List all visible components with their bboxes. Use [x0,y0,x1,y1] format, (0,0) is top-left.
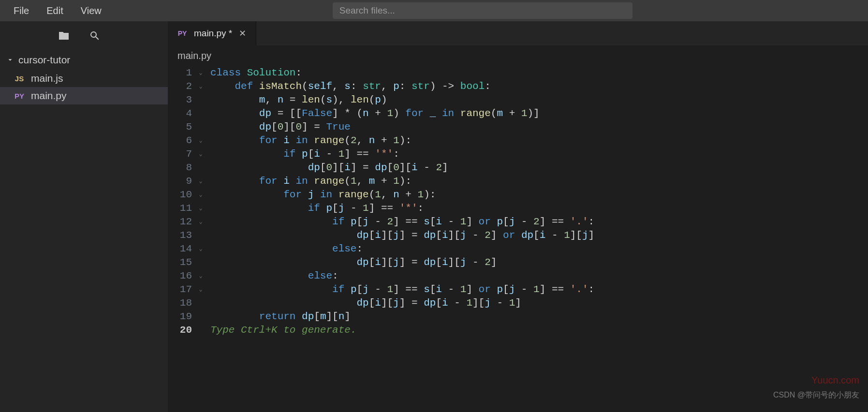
code-line[interactable]: 11⌄ if p[j - 1] == '*': [168,202,868,215]
menu-edit[interactable]: Edit [38,2,72,19]
line-number: 4 [168,107,196,120]
chevron-down-icon [7,54,14,66]
line-number: 11 [168,202,196,215]
code-text: dp[0][i] = dp[0][i - 2] [206,161,448,175]
line-number: 20 [168,324,196,337]
tabs: PY main.py * ✕ [168,21,868,45]
code-line[interactable]: 15 dp[i][j] = dp[i][j - 2] [168,256,868,269]
code-line[interactable]: 10⌄ for j in range(1, n + 1): [168,188,868,202]
code-line[interactable]: 16⌄ else: [168,269,868,283]
code-text: else: [206,242,363,256]
code-line[interactable]: 17⌄ if p[j - 1] == s[i - 1] or p[j - 1] … [168,283,868,296]
project-name: cursor-tutor [18,54,70,66]
fold-chevron-icon[interactable]: ⌄ [196,175,206,188]
code-text: Type Ctrl+K to generate. [206,324,356,337]
code-text: def isMatch(self, s: str, p: str) -> boo… [206,80,491,93]
close-icon[interactable]: ✕ [237,28,248,39]
fold-chevron-icon[interactable]: ⌄ [196,188,206,202]
line-number: 14 [168,242,196,256]
line-number: 2 [168,80,196,93]
line-number: 6 [168,134,196,147]
line-number: 19 [168,310,196,324]
file-main-js[interactable]: JS main.js [0,70,168,87]
code-text: for i in range(1, m + 1): [206,175,412,188]
code-text: if p[i - 1] == '*': [206,147,399,161]
code-line[interactable]: 18 dp[i][j] = dp[i - 1][j - 1] [168,296,868,310]
code-line[interactable]: 2⌄ def isMatch(self, s: str, p: str) -> … [168,80,868,93]
code-line[interactable]: 4 dp = [[False] * (n + 1) for _ in range… [168,107,868,120]
watermark-yuucn: Yuucn.com [811,375,859,386]
code-line[interactable]: 8 dp[0][i] = dp[0][i - 2] [168,161,868,175]
editor-area: PY main.py * ✕ main.py 1⌄class Solution:… [168,21,868,412]
code-line[interactable]: 6⌄ for i in range(2, n + 1): [168,134,868,147]
line-number: 9 [168,175,196,188]
code-text: else: [206,269,338,283]
code-text: for j in range(1, n + 1): [206,188,436,202]
fold-chevron-icon[interactable]: ⌄ [196,66,206,80]
line-number: 10 [168,188,196,202]
fold-chevron-icon[interactable]: ⌄ [196,283,206,296]
fold-chevron-icon[interactable]: ⌄ [196,80,206,93]
line-number: 16 [168,269,196,283]
fold-chevron-icon[interactable]: ⌄ [196,215,206,229]
tab-title: main.py * [194,28,232,39]
line-number: 17 [168,283,196,296]
menu-file[interactable]: File [5,2,38,19]
code-text: dp[i][j] = dp[i][j - 2] [206,256,497,269]
watermark-csdn: CSDN @带问号的小朋友 [773,390,859,400]
fold-chevron-icon[interactable]: ⌄ [196,147,206,161]
code-text: if p[j - 1] == '*': [206,202,424,215]
code-line[interactable]: 13 dp[i][j] = dp[i][j - 2] or dp[i - 1][… [168,229,868,242]
line-number: 1 [168,66,196,80]
folder-icon[interactable] [58,30,70,44]
search-input[interactable] [339,5,626,16]
code-line[interactable]: 3 m, n = len(s), len(p) [168,93,868,107]
project-header[interactable]: cursor-tutor [0,50,168,70]
code-editor[interactable]: 1⌄class Solution:2⌄ def isMatch(self, s:… [168,66,868,412]
code-text: if p[j - 1] == s[i - 1] or p[j - 1] == '… [206,283,594,296]
line-number: 5 [168,120,196,134]
code-line[interactable]: 7⌄ if p[i - 1] == '*': [168,147,868,161]
menubar: File Edit View [0,0,868,21]
file-label: main.js [31,73,63,84]
code-line[interactable]: 20Type Ctrl+K to generate. [168,324,868,337]
search-icon[interactable] [89,30,101,44]
code-text: dp[i][j] = dp[i - 1][j - 1] [206,296,521,310]
line-number: 12 [168,215,196,229]
line-number: 7 [168,147,196,161]
code-line[interactable]: 1⌄class Solution: [168,66,868,80]
code-text: dp[i][j] = dp[i][j - 2] or dp[i - 1][j] [206,229,594,242]
fold-chevron-icon[interactable]: ⌄ [196,242,206,256]
line-number: 13 [168,229,196,242]
line-number: 18 [168,296,196,310]
code-line[interactable]: 19 return dp[m][n] [168,310,868,324]
code-text: dp[0][0] = True [206,120,351,134]
line-number: 8 [168,161,196,175]
menu-view[interactable]: View [72,2,110,19]
code-line[interactable]: 14⌄ else: [168,242,868,256]
code-line[interactable]: 5 dp[0][0] = True [168,120,868,134]
code-text: if p[j - 2] == s[i - 1] or p[j - 2] == '… [206,215,594,229]
sidebar: cursor-tutor JS main.js PY main.py [0,21,168,412]
py-badge-icon: PY [13,92,26,100]
js-badge-icon: JS [13,74,26,83]
file-label: main.py [31,90,67,102]
code-text: m, n = len(s), len(p) [206,93,387,107]
py-badge-icon: PY [176,29,189,37]
code-text: for i in range(2, n + 1): [206,134,412,147]
line-number: 15 [168,256,196,269]
tab-main-py[interactable]: PY main.py * ✕ [168,21,256,45]
fold-chevron-icon[interactable]: ⌄ [196,134,206,147]
code-text: return dp[m][n] [206,310,351,324]
file-main-py[interactable]: PY main.py [0,87,168,104]
fold-chevron-icon[interactable]: ⌄ [196,202,206,215]
line-number: 3 [168,93,196,107]
code-line[interactable]: 12⌄ if p[j - 2] == s[i - 1] or p[j - 2] … [168,215,868,229]
code-text: dp = [[False] * (n + 1) for _ in range(m… [206,107,540,120]
breadcrumb[interactable]: main.py [168,45,868,66]
code-text: class Solution: [206,66,302,80]
fold-chevron-icon[interactable]: ⌄ [196,269,206,283]
search-box[interactable] [333,2,633,19]
code-line[interactable]: 9⌄ for i in range(1, m + 1): [168,175,868,188]
